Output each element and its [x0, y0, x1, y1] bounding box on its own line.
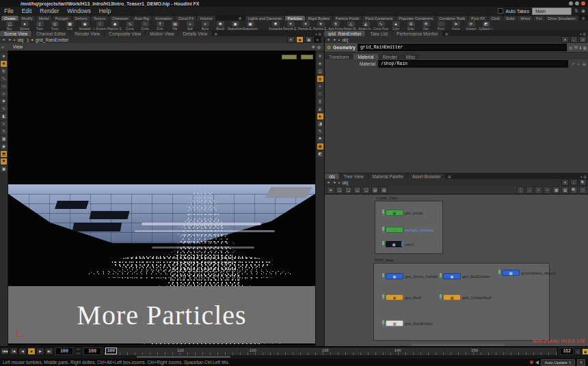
network-tool-icon[interactable]: ‥	[526, 186, 533, 194]
search-button[interactable]: 🔍	[579, 179, 587, 186]
pane-tab[interactable]: Asset Browser	[408, 173, 445, 179]
shelf-tab[interactable]: Deform	[72, 16, 90, 20]
gear-icon[interactable]: ⚙	[237, 16, 243, 20]
shelf-tool[interactable]: ✛ Interact	[464, 20, 479, 31]
shelf-tool[interactable]: ✦ Particle E...	[298, 20, 313, 31]
node-body[interactable]: ◉	[386, 210, 403, 216]
shelf-tab[interactable]: Fluid Containers	[362, 16, 395, 20]
add-tab-icon[interactable]: ⊕	[212, 31, 219, 36]
viewport-tool-icon[interactable]: ◉	[1, 143, 7, 150]
node-name-field[interactable]: grid_RainEmitter	[358, 44, 567, 51]
shelf-tool[interactable]: ⑂ L-System	[92, 20, 107, 31]
pane-tab[interactable]: grid_RainEmitter	[324, 31, 365, 36]
shelf-tool[interactable]: · Point	[433, 20, 449, 31]
shelf-tool[interactable]: ▦ Grid	[62, 20, 77, 31]
pane-tab[interactable]: Tree View	[340, 173, 368, 179]
node-flags[interactable]	[498, 270, 500, 276]
pane-tab[interactable]: Composite View	[105, 31, 145, 36]
shelf-tab[interactable]: Volume	[197, 16, 215, 20]
jump-back-button[interactable]: ←	[570, 36, 578, 43]
network-node[interactable]: ▣ cam1	[382, 241, 414, 247]
shelf-tab[interactable]: Fur	[533, 16, 544, 20]
viewport-tool-icon[interactable]: ✎	[1, 128, 7, 135]
network-node[interactable]: ▦ grid_RainEmitter	[382, 320, 433, 326]
status-light-icon[interactable]	[530, 361, 533, 364]
dropdown-button[interactable]: ▾	[561, 36, 569, 43]
shelf-tab[interactable]: Wires	[518, 16, 533, 20]
shelf-tab[interactable]: Solid	[503, 16, 517, 20]
dropdown-button[interactable]: ▾	[561, 179, 569, 186]
netbox-controls[interactable]: –▫	[544, 264, 548, 267]
pane-tab[interactable]: obj	[325, 173, 339, 179]
range-end-field[interactable]: 162	[560, 348, 574, 355]
shelf-tab[interactable]: Animation	[152, 16, 174, 20]
parameter-tab[interactable]: Misc	[402, 54, 419, 59]
viewport-tool-icon[interactable]: ➤	[1, 53, 7, 59]
playbar-scroll-handle[interactable]	[137, 356, 230, 358]
open-chooser-icon[interactable]: ↗	[571, 61, 574, 66]
node-flags[interactable]	[382, 241, 384, 247]
play-reverse-button[interactable]: ◀	[18, 348, 27, 355]
lock-button[interactable]: ⊙	[579, 36, 587, 43]
shelf-tab[interactable]: Cloth	[488, 16, 503, 20]
pin-button[interactable]: ◆	[296, 36, 304, 43]
realtime-toggle-icon[interactable]: ♪	[574, 348, 581, 355]
shelf-tool[interactable]: ✚ Blend	[213, 20, 228, 31]
network-node[interactable]: ◉ geo_Roof	[382, 294, 421, 300]
menu-item[interactable]: Edit	[18, 8, 36, 14]
viewport-tool-icon[interactable]: ✎	[317, 128, 323, 135]
auto-update-selector[interactable]: Auto Update ⇅	[541, 359, 575, 366]
network-tool-icon[interactable]: ▢	[362, 186, 370, 194]
shelf-tab[interactable]: Rigid Bodies	[306, 16, 332, 20]
shelf-tool[interactable]: ◉ Metaball	[77, 20, 92, 31]
network-node[interactable]: ◉ geo_BedCollider	[440, 273, 490, 279]
shelf-tool[interactable]: ↯ Axis Force	[328, 20, 343, 31]
shelf-tool[interactable]: ○ Circle	[137, 20, 152, 31]
node-body[interactable]: ◉	[386, 294, 403, 300]
play-button[interactable]: ▶	[36, 348, 44, 355]
pane-tab[interactable]: Details View	[178, 31, 211, 36]
viewport-tool-icon[interactable]: ▣	[1, 166, 7, 172]
shelf-tool[interactable]: ▤ File	[168, 20, 183, 31]
network-tool-icon[interactable]: ▤	[380, 186, 388, 194]
viewport-tool-icon[interactable]: ▭	[1, 83, 7, 89]
shelf-tab[interactable]: Modify	[19, 16, 36, 20]
network-node[interactable]: ◉ geo_Ghost_Collider	[382, 273, 438, 279]
netbox-controls[interactable]: –▫	[438, 201, 442, 205]
node-flags[interactable]	[382, 227, 384, 233]
stop-button[interactable]: ■	[27, 348, 36, 355]
back-icon[interactable]: ◄	[0, 38, 7, 42]
shelf-tool[interactable]: ▲ Color	[388, 20, 403, 31]
auto-takes-checkbox[interactable]	[498, 8, 503, 14]
shelf-tool[interactable]: ◻ Box	[2, 20, 17, 31]
parameter-tab[interactable]: Render	[379, 54, 401, 59]
viewport-tool-icon[interactable]: ◨	[317, 121, 323, 127]
jump-back-button[interactable]: ←	[570, 179, 578, 186]
shelf-tool[interactable]: ◆ Platonic S...	[107, 20, 122, 31]
shelf-tab[interactable]: Drive Simulation	[546, 16, 578, 20]
take-selector[interactable]: Main	[532, 8, 572, 15]
viewport-tool-icon[interactable]: ⤡	[1, 76, 7, 82]
node-flags[interactable]	[382, 210, 384, 216]
network-node[interactable]: ▦ groundplane_object1	[498, 270, 556, 276]
network-box-lights-cam[interactable]: –▫ ◉ geo_portal ☼ envlight_Ambient	[375, 201, 443, 254]
shelf-tab[interactable]: Cloud FX	[175, 16, 196, 20]
pane-tab[interactable]: Scene View	[0, 31, 31, 36]
frame-field[interactable]: 100	[55, 348, 73, 355]
network-tool-icon[interactable]: ▤	[371, 186, 379, 194]
take-spinner-icon[interactable]: ⇅	[574, 8, 578, 14]
view-camera-icon[interactable]: ◍	[317, 44, 321, 49]
shelf-tab[interactable]: Pyro FX	[468, 16, 487, 20]
viewport-tool-icon[interactable]: ✥	[1, 61, 7, 67]
viewport-tool-icon[interactable]: /	[317, 91, 323, 97]
shelf-tool[interactable]: ✣ Fan	[418, 20, 433, 31]
info-icon[interactable]: ℹ	[579, 45, 580, 50]
shelf-tool[interactable]: ✦ Particle E...	[283, 20, 298, 31]
network-canvas[interactable]: Lights_Cam –▫ ◉ geo_portal ☼ envlight_Am…	[325, 195, 588, 346]
network-tool-icon[interactable]: 🔍	[570, 186, 578, 194]
viewport-tool-icon[interactable]: ◍	[317, 76, 323, 82]
shelf-tool[interactable]: ⌖ Bone	[198, 20, 213, 31]
viewport-tool-icon[interactable]: ⬖	[317, 113, 323, 119]
network-tool-icon[interactable]: ⌁	[544, 186, 551, 194]
collapse-icon[interactable]: ◂	[0, 44, 5, 49]
